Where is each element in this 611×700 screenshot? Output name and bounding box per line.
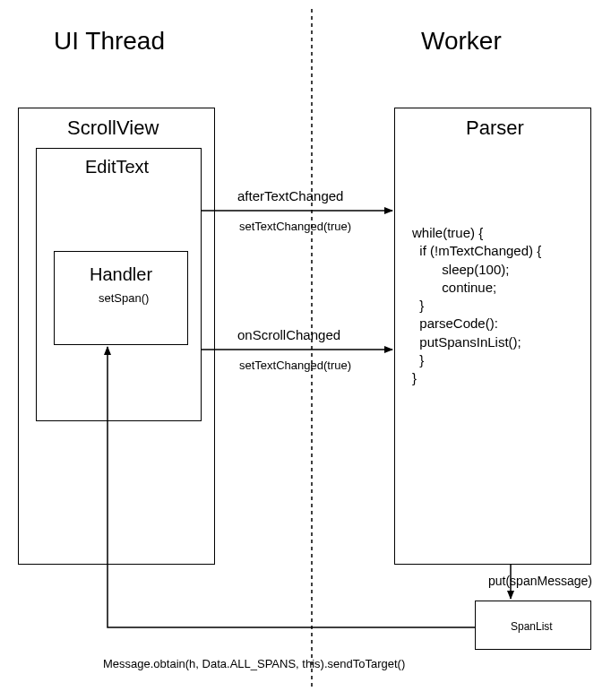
- label-spanlist: SpanList: [511, 620, 553, 633]
- arrow3-label: put(spanMessage): [488, 574, 592, 588]
- label-handler-sub: setSpan(): [99, 291, 149, 305]
- label-parser: Parser: [466, 117, 524, 140]
- label-edittext: EditText: [85, 157, 149, 177]
- parser-code: while(true) { if (!mTextChanged) { sleep…: [412, 224, 541, 387]
- arrow2-label2: setTextChanged(true): [239, 359, 351, 372]
- heading-worker: Worker: [421, 27, 502, 56]
- arrow1-label2: setTextChanged(true): [239, 220, 351, 233]
- label-scrollview: ScrollView: [67, 117, 159, 140]
- label-handler: Handler: [90, 264, 152, 285]
- arrow4-label: Message.obtain(h, Data.ALL_SPANS, this).…: [103, 657, 405, 670]
- arrow2-label1: onScrollChanged: [237, 327, 340, 342]
- heading-ui-thread: UI Thread: [54, 27, 165, 56]
- arrow1-label1: afterTextChanged: [237, 188, 343, 203]
